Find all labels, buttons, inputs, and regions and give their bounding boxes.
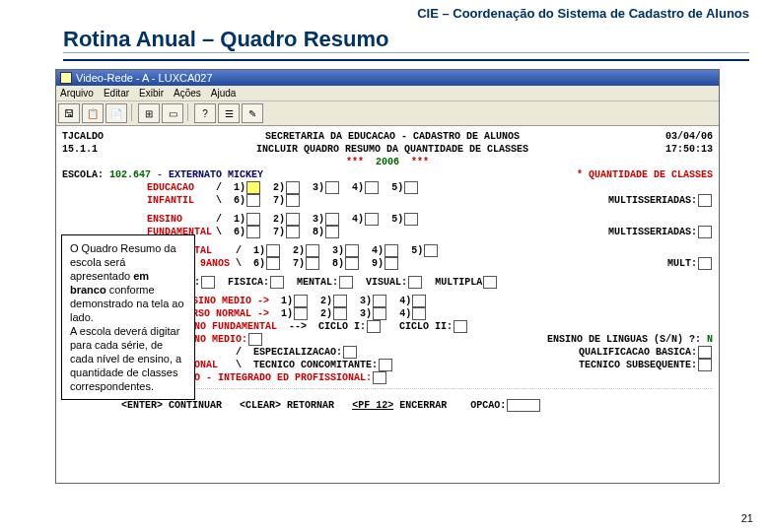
input-fc-mult[interactable]	[698, 257, 712, 270]
fc1: / 1)	[236, 244, 265, 257]
key-clear: <CLEAR>	[240, 399, 281, 412]
cn2: 2)	[320, 307, 332, 320]
input-fc-2[interactable]	[306, 244, 319, 257]
annotation-box: O Quadro Resumo da escola será apresenta…	[61, 234, 195, 400]
copy-icon[interactable]: 📋	[82, 103, 104, 123]
fc7: 7)	[293, 257, 305, 270]
save-icon[interactable]: 🖫	[58, 103, 80, 123]
ef5: 5)	[391, 213, 403, 226]
menu-acoes[interactable]: Ações	[174, 88, 201, 99]
menu-exibir[interactable]: Exibir	[139, 88, 164, 99]
menu-ajuda[interactable]: Ajuda	[211, 88, 237, 99]
help-icon[interactable]: ?	[194, 103, 216, 123]
input-ef-8[interactable]	[325, 226, 339, 238]
input-ef-1[interactable]	[246, 213, 260, 226]
input-ef-6[interactable]	[246, 226, 260, 238]
s7: 7)	[273, 194, 285, 207]
escola-code: 102.647	[109, 168, 151, 181]
escola-label: ESCOLA:	[62, 168, 104, 181]
input-ei-multi[interactable]	[698, 194, 712, 207]
menu-editar[interactable]: Editar	[104, 88, 129, 99]
input-em-2[interactable]	[333, 295, 347, 307]
input-fc-9[interactable]	[384, 257, 398, 270]
input-fc-3[interactable]	[345, 244, 359, 257]
input-qual[interactable]	[698, 346, 712, 359]
input-ei-3[interactable]	[325, 181, 339, 194]
sheet-icon[interactable]: ▭	[162, 103, 183, 123]
input-c2[interactable]	[454, 320, 467, 333]
stars: ***	[346, 156, 364, 168]
input-tecc[interactable]	[379, 359, 392, 371]
input-ei-1[interactable]	[246, 181, 260, 194]
fc9: 9)	[372, 257, 384, 270]
input-esp[interactable]	[343, 346, 357, 359]
input-opcao[interactable]	[507, 399, 540, 412]
input-mul[interactable]	[483, 276, 497, 289]
lbl-enc: ENCERRAR	[399, 399, 447, 412]
note-icon[interactable]: ✎	[242, 103, 263, 123]
input-fc-6[interactable]	[266, 257, 280, 270]
ciclo1: CICLO I:	[318, 320, 366, 333]
input-men[interactable]	[339, 276, 353, 289]
list-icon[interactable]: ☰	[218, 103, 240, 123]
lbl-esp: / ESPECIALIZACAO:	[236, 346, 342, 359]
input-eja-em[interactable]	[248, 333, 262, 346]
grid-icon[interactable]: ⊞	[138, 103, 160, 123]
input-int[interactable]	[373, 371, 386, 384]
cn3: 3)	[360, 307, 372, 320]
lbl-multi: MULTISSERIADAS:	[608, 194, 697, 207]
input-ef-2[interactable]	[286, 213, 300, 226]
menu-arquivo[interactable]: Arquivo	[60, 88, 94, 99]
input-fc-7[interactable]	[306, 257, 319, 270]
input-ei-6[interactable]	[246, 194, 260, 207]
input-ef-multi[interactable]	[698, 226, 712, 238]
input-ef-5[interactable]	[404, 213, 418, 226]
s4: 4)	[352, 181, 364, 194]
input-aud[interactable]	[201, 276, 215, 289]
input-cn-2[interactable]	[333, 307, 347, 320]
fc2: 2)	[293, 244, 305, 257]
lbl-opcao: OPCAO:	[470, 399, 506, 412]
input-ef-7[interactable]	[286, 226, 300, 238]
input-fc-4[interactable]	[384, 244, 398, 257]
s2: 2)	[273, 181, 285, 194]
lbl-qual: QUALIFICACAO BASICA:	[579, 346, 697, 359]
fc3: 3)	[332, 244, 344, 257]
input-fc-5[interactable]	[424, 244, 438, 257]
page-title: Rotina Anual – Quadro Resumo	[10, 23, 759, 52]
note-t3: A escola deverá digitar para cada série,…	[70, 325, 181, 392]
input-tecs[interactable]	[698, 359, 712, 371]
s6: \ 6)	[216, 194, 245, 207]
input-ei-5[interactable]	[404, 181, 418, 194]
def-men: MENTAL:	[297, 276, 338, 289]
org-line: CIE – Coordenação do Sistema de Cadastro…	[10, 6, 759, 23]
input-fc-8[interactable]	[345, 257, 359, 270]
def-mul: MULTIPLA	[435, 276, 482, 289]
input-ei-7[interactable]	[286, 194, 300, 207]
input-ei-4[interactable]	[365, 181, 379, 194]
lbl-ensino: ENSINO	[147, 213, 216, 226]
em2: 2)	[320, 295, 332, 307]
input-fc-1[interactable]	[266, 244, 280, 257]
input-cn-3[interactable]	[373, 307, 386, 320]
input-ei-2[interactable]	[286, 181, 300, 194]
input-cn-4[interactable]	[412, 307, 426, 320]
input-em-1[interactable]	[294, 295, 308, 307]
fc6: \ 6)	[236, 257, 265, 270]
input-fis[interactable]	[270, 276, 284, 289]
input-c1[interactable]	[367, 320, 381, 333]
input-ef-3[interactable]	[325, 213, 339, 226]
qtd-header: * QUANTIDADE DE CLASSES	[577, 168, 713, 181]
term-time: 17:50:13	[644, 143, 713, 156]
input-em-4[interactable]	[412, 295, 426, 307]
input-em-3[interactable]	[373, 295, 386, 307]
input-ef-4[interactable]	[365, 213, 379, 226]
input-vis[interactable]	[408, 276, 422, 289]
paste-icon[interactable]: 📄	[105, 103, 127, 123]
fc5: 5)	[411, 244, 423, 257]
page-number: 21	[741, 512, 753, 524]
term-user: TJCALDO	[62, 130, 141, 143]
input-cn-1[interactable]	[294, 307, 308, 320]
lbl-educacao: EDUCACAO	[147, 181, 216, 194]
s5: 5)	[391, 181, 403, 194]
